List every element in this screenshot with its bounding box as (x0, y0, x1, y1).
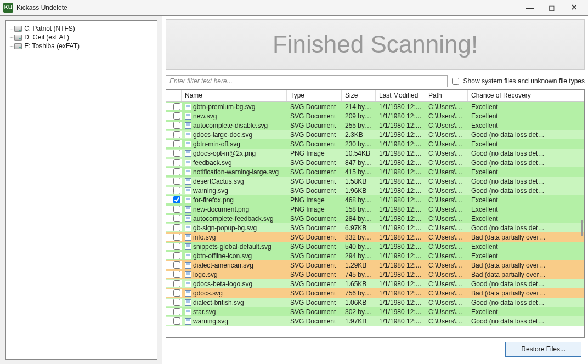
file-path: C:\Users\M... (425, 299, 468, 306)
drive-icon (14, 35, 22, 41)
table-row[interactable]: notification-warning-large.svgSVG Docume… (166, 167, 584, 177)
table-row[interactable]: gdocs.svgSVG Document756 bytes1/1/1980 1… (166, 288, 584, 298)
col-type[interactable]: Type (287, 90, 342, 101)
table-row[interactable]: gbtn-offline-icon.svgSVG Document294 byt… (166, 251, 584, 260)
table-row[interactable]: warning.svgSVG Document1.97KB1/1/1980 12… (166, 316, 584, 326)
row-checkbox[interactable] (173, 289, 180, 297)
file-type: SVG Document (287, 224, 342, 232)
row-checkbox[interactable] (173, 168, 180, 175)
show-system-checkbox[interactable] (452, 78, 459, 85)
col-modified[interactable]: Last Modified (376, 90, 425, 101)
restore-button[interactable]: Restore Files... (505, 342, 581, 357)
maximize-button[interactable]: ◻ (541, 2, 563, 13)
col-recovery[interactable]: Chance of Recovery (468, 90, 551, 101)
row-checkbox[interactable] (173, 159, 180, 166)
file-path: C:\Users\M... (425, 196, 468, 204)
row-checkbox[interactable] (173, 187, 180, 194)
file-size: 540 bytes (342, 243, 376, 251)
grid-header: Name Type Size Last Modified Path Chance… (166, 90, 584, 102)
file-name: autocomplete-disable.svg (193, 122, 268, 129)
table-row[interactable]: dialect-american.svgSVG Document1.29KB1/… (166, 260, 584, 270)
row-checkbox[interactable] (173, 150, 180, 157)
file-path: C:\Users\M... (425, 131, 468, 139)
file-type: PNG Image (287, 150, 342, 157)
file-recovery: Good (no data loss detected) (468, 224, 551, 232)
close-button[interactable]: ✕ (563, 2, 585, 13)
file-type: SVG Document (287, 299, 342, 306)
grid-body: gbtn-premium-bg.svgSVG Document214 bytes… (166, 102, 584, 337)
table-row[interactable]: autocomplete-disable.svgSVG Document255 … (166, 121, 584, 130)
row-checkbox[interactable] (173, 252, 180, 259)
table-row[interactable]: warning.svgSVG Document1.96KB1/1/1980 12… (166, 186, 584, 195)
row-checkbox[interactable] (173, 215, 180, 222)
file-size: 832 bytes (342, 234, 376, 241)
file-recovery: Excellent (468, 252, 551, 260)
table-row[interactable]: autocomplete-feedback.svgSVG Document284… (166, 214, 584, 223)
row-checkbox[interactable] (173, 140, 180, 147)
file-type: SVG Document (287, 215, 342, 223)
file-recovery: Good (no data loss detected) (468, 299, 551, 306)
row-checkbox[interactable] (173, 196, 180, 203)
row-checkbox[interactable] (173, 308, 180, 315)
file-size: 756 bytes (342, 289, 376, 297)
table-row[interactable]: info.svgSVG Document832 bytes1/1/1980 12… (166, 232, 584, 242)
row-checkbox[interactable] (173, 299, 180, 306)
table-row[interactable]: desertCactus.svgSVG Document1.58KB1/1/19… (166, 177, 584, 186)
table-row[interactable]: snippets-global-default.svgSVG Document5… (166, 242, 584, 251)
file-modified: 1/1/1980 12:... (376, 280, 425, 288)
file-modified: 1/1/1980 12:... (376, 131, 425, 139)
row-checkbox[interactable] (173, 317, 180, 325)
table-row[interactable]: gb-sign-popup-bg.svgSVG Document6.97KB1/… (166, 223, 584, 232)
sidebar: ····C: Patriot (NTFS)····D: Geil (exFAT)… (0, 16, 162, 364)
file-modified: 1/1/1980 12:... (376, 112, 425, 120)
col-name[interactable]: Name (182, 90, 287, 101)
table-row[interactable]: for-firefox.pngPNG Image468 bytes1/1/198… (166, 195, 584, 204)
file-path: C:\Users\M... (425, 140, 468, 148)
row-checkbox[interactable] (173, 178, 180, 185)
table-row[interactable]: new-document.pngPNG Image158 bytes1/1/19… (166, 204, 584, 214)
table-row[interactable]: gbtn-premium-bg.svgSVG Document214 bytes… (166, 102, 584, 111)
row-checkbox[interactable] (173, 112, 180, 120)
drive-item[interactable]: ····C: Patriot (NTFS) (8, 24, 155, 33)
row-checkbox[interactable] (173, 206, 180, 213)
filter-input[interactable] (166, 75, 448, 87)
table-row[interactable]: star.svgSVG Document302 bytes1/1/1980 12… (166, 307, 584, 316)
file-recovery: Excellent (468, 140, 551, 148)
row-checkbox[interactable] (173, 261, 180, 269)
table-row[interactable]: logo.svgSVG Document745 bytes1/1/1980 12… (166, 270, 584, 279)
file-size: 847 bytes (342, 159, 376, 167)
table-row[interactable]: new.svgSVG Document209 bytes1/1/1980 12:… (166, 111, 584, 121)
file-recovery: Excellent (468, 112, 551, 120)
row-checkbox[interactable] (173, 280, 180, 287)
row-checkbox[interactable] (173, 103, 180, 110)
file-icon (185, 197, 191, 203)
minimize-button[interactable]: — (519, 2, 541, 13)
row-checkbox[interactable] (173, 243, 180, 250)
file-recovery: Good (no data loss detected) (468, 280, 551, 288)
file-modified: 1/1/1980 12:... (376, 140, 425, 148)
drive-item[interactable]: ····E: Toshiba (exFAT) (8, 42, 155, 50)
table-row[interactable]: gbtn-min-off.svgSVG Document230 bytes1/1… (166, 139, 584, 149)
col-size[interactable]: Size (342, 90, 376, 101)
file-modified: 1/1/1980 12:... (376, 150, 425, 157)
file-icon (185, 234, 191, 241)
file-name: gdocs-opt-in@2x.png (193, 150, 256, 157)
file-name: warning.svg (193, 187, 228, 195)
row-checkbox[interactable] (173, 224, 180, 231)
table-row[interactable]: gdocs-beta-logo.svgSVG Document1.65KB1/1… (166, 279, 584, 288)
row-checkbox[interactable] (173, 234, 180, 241)
scrollbar[interactable] (575, 103, 584, 337)
table-row[interactable]: gdocs-large-doc.svgSVG Document2.3KB1/1/… (166, 130, 584, 139)
row-checkbox[interactable] (173, 122, 180, 129)
table-row[interactable]: gdocs-opt-in@2x.pngPNG Image10.54KB1/1/1… (166, 149, 584, 158)
drive-item[interactable]: ····D: Geil (exFAT) (8, 33, 155, 42)
table-row[interactable]: dialect-british.svgSVG Document1.06KB1/1… (166, 298, 584, 307)
file-path: C:\Users\M... (425, 103, 468, 111)
file-recovery: Good (no data loss detected) (468, 131, 551, 139)
file-name: gdocs-beta-logo.svg (193, 280, 252, 288)
row-checkbox[interactable] (173, 271, 180, 278)
col-path[interactable]: Path (425, 90, 468, 101)
table-row[interactable]: feedback.svgSVG Document847 bytes1/1/198… (166, 158, 584, 167)
file-modified: 1/1/1980 12:... (376, 234, 425, 241)
row-checkbox[interactable] (173, 131, 180, 138)
